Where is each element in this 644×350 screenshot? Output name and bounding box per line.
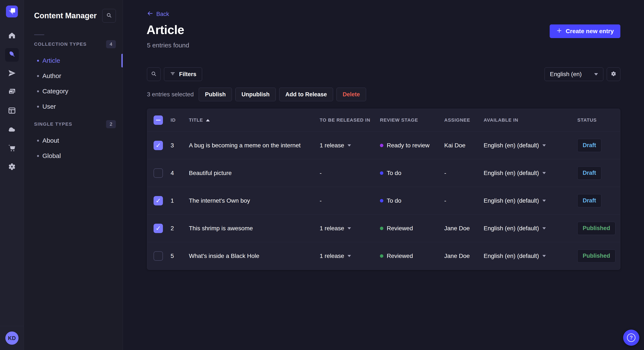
status-label: Draft bbox=[583, 197, 596, 204]
column-header-title-label: TITLE bbox=[189, 117, 203, 123]
sidebar-item-settings[interactable] bbox=[5, 160, 19, 174]
bullet-icon bbox=[37, 155, 39, 157]
back-label: Back bbox=[156, 11, 169, 17]
help-button[interactable]: ? bbox=[623, 330, 639, 346]
strapi-logo[interactable] bbox=[6, 5, 18, 17]
sidebar-item-content-manager[interactable] bbox=[5, 48, 19, 62]
available-in-dropdown[interactable]: English (en) (default) bbox=[484, 170, 577, 176]
sidebar-item-home[interactable] bbox=[5, 29, 19, 43]
cell-title: Beautiful picture bbox=[189, 170, 320, 176]
gear-icon bbox=[610, 71, 616, 78]
stage-dot-icon bbox=[380, 144, 383, 147]
images-icon bbox=[8, 88, 16, 97]
user-avatar[interactable]: KD bbox=[5, 332, 18, 345]
cloud-icon bbox=[8, 125, 16, 134]
sidebar-item-user[interactable]: User bbox=[24, 99, 123, 114]
arrow-left-icon bbox=[147, 10, 153, 18]
cell-id: 2 bbox=[170, 225, 189, 232]
chevron-down-icon bbox=[542, 200, 546, 202]
list-search-button[interactable] bbox=[147, 67, 160, 81]
available-in-dropdown[interactable]: English (en) (default) bbox=[484, 142, 577, 149]
feather-icon bbox=[8, 50, 16, 59]
back-link[interactable]: Back bbox=[147, 10, 169, 18]
add-to-release-button[interactable]: Add to Release bbox=[279, 88, 333, 101]
table-row[interactable]: 2 This shrimp is awesome 1 release Revie… bbox=[147, 214, 620, 242]
release-dropdown[interactable]: 1 release bbox=[320, 253, 380, 259]
release-dropdown[interactable]: - bbox=[320, 197, 380, 204]
status-badge: Published bbox=[577, 222, 616, 235]
available-in-label: English (en) (default) bbox=[484, 142, 539, 149]
bullet-icon bbox=[37, 140, 39, 142]
row-checkbox[interactable] bbox=[154, 169, 163, 178]
nav-item-label: About bbox=[42, 137, 59, 144]
gear-icon bbox=[8, 163, 16, 172]
sidebar-item-releases[interactable] bbox=[5, 67, 19, 80]
stage-label: Reviewed bbox=[387, 253, 413, 259]
release-dropdown[interactable]: 1 release bbox=[320, 142, 380, 149]
filters-button[interactable]: Filters bbox=[164, 67, 202, 81]
row-checkbox[interactable] bbox=[154, 224, 163, 233]
create-new-entry-button[interactable]: Create new entry bbox=[550, 24, 620, 38]
sidebar-item-global[interactable]: Global bbox=[24, 148, 123, 164]
cell-status: Draft bbox=[577, 194, 620, 207]
table-row[interactable]: 1 The internet's Own boy - To do - Engli… bbox=[147, 187, 620, 214]
column-header-review-stage: REVIEW STAGE bbox=[380, 117, 444, 123]
content-manager-subnav: Content Manager COLLECTION TYPES 4 Artic… bbox=[24, 0, 123, 350]
list-settings-button[interactable] bbox=[607, 67, 620, 81]
cell-id: 3 bbox=[170, 142, 189, 149]
locale-select[interactable]: English (en) bbox=[544, 67, 603, 81]
cell-assignee: Kai Doe bbox=[444, 142, 484, 149]
available-in-dropdown[interactable]: English (en) (default) bbox=[484, 197, 577, 204]
sidebar-item-deploy[interactable] bbox=[5, 123, 19, 137]
status-badge: Draft bbox=[577, 167, 602, 180]
locale-selected-value: English (en) bbox=[550, 71, 582, 78]
available-in-dropdown[interactable]: English (en) (default) bbox=[484, 225, 577, 232]
stage-label: Ready to review bbox=[387, 142, 430, 149]
row-checkbox[interactable] bbox=[154, 141, 163, 150]
cell-id: 5 bbox=[170, 253, 189, 259]
sidebar-item-about[interactable]: About bbox=[24, 133, 123, 148]
sidebar-item-category[interactable]: Category bbox=[24, 84, 123, 99]
release-count-label: 1 release bbox=[320, 253, 344, 259]
sidebar-item-marketplace[interactable] bbox=[5, 142, 19, 155]
sidebar-item-author[interactable]: Author bbox=[24, 68, 123, 84]
publish-button[interactable]: Publish bbox=[199, 88, 232, 101]
cell-title: What's inside a Black Hole bbox=[189, 253, 320, 259]
column-header-available-in: AVAILABLE IN bbox=[484, 117, 577, 123]
release-dropdown[interactable]: - bbox=[320, 170, 380, 176]
delete-button[interactable]: Delete bbox=[336, 88, 366, 101]
cell-review-stage: Ready to review bbox=[380, 142, 444, 149]
cell-assignee: - bbox=[444, 170, 484, 176]
stage-dot-icon bbox=[380, 254, 383, 258]
row-checkbox[interactable] bbox=[154, 251, 163, 261]
nav-item-label: User bbox=[42, 103, 56, 110]
cell-review-stage: To do bbox=[380, 170, 444, 176]
release-count-label: - bbox=[320, 197, 322, 204]
stage-dot-icon bbox=[380, 172, 383, 175]
sidebar-item-article[interactable]: Article bbox=[24, 53, 123, 68]
sidebar-item-media-library[interactable] bbox=[5, 85, 19, 99]
table-row[interactable]: 5 What's inside a Black Hole 1 release R… bbox=[147, 242, 620, 270]
unpublish-button[interactable]: Unpublish bbox=[235, 88, 276, 101]
section-label-collection-types: COLLECTION TYPES bbox=[34, 41, 87, 47]
subnav-search-button[interactable] bbox=[102, 9, 116, 22]
table-row[interactable]: 3 A bug is becoming a meme on the intern… bbox=[147, 131, 620, 159]
release-dropdown[interactable]: 1 release bbox=[320, 225, 380, 232]
cell-assignee: Jane Doe bbox=[444, 253, 484, 259]
chevron-down-icon bbox=[348, 144, 351, 147]
column-header-to-be-released-in: TO BE RELEASED IN bbox=[320, 117, 380, 123]
available-in-label: English (en) (default) bbox=[484, 253, 539, 259]
select-all-checkbox[interactable] bbox=[154, 116, 163, 125]
cell-title: This shrimp is awesome bbox=[189, 225, 320, 232]
available-in-dropdown[interactable]: English (en) (default) bbox=[484, 253, 577, 259]
bullet-icon bbox=[37, 106, 39, 108]
chevron-down-icon bbox=[542, 172, 546, 174]
rail-icon-list bbox=[5, 29, 19, 174]
column-header-title[interactable]: TITLE bbox=[189, 117, 320, 123]
sidebar-item-content-type-builder[interactable] bbox=[5, 104, 19, 118]
row-checkbox[interactable] bbox=[154, 196, 163, 205]
column-header-id[interactable]: ID bbox=[170, 117, 189, 123]
table-row[interactable]: 4 Beautiful picture - To do - English (e… bbox=[147, 159, 620, 187]
column-header-status: STATUS bbox=[577, 117, 620, 123]
question-mark-icon: ? bbox=[627, 334, 636, 342]
